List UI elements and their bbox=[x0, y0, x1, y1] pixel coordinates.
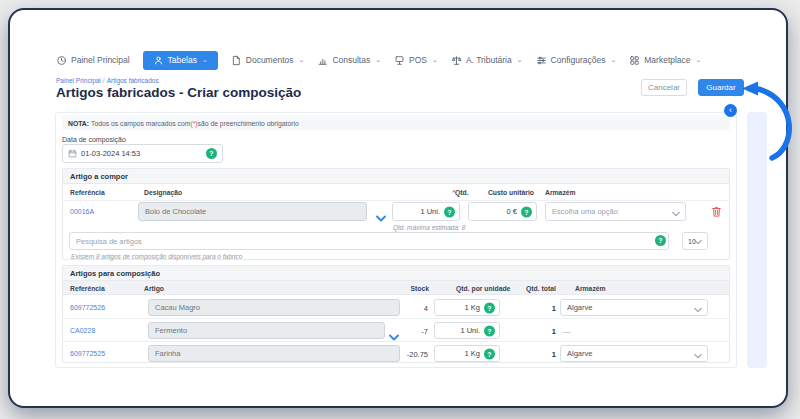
composition-date-label: Data de composição bbox=[62, 136, 126, 143]
chevron-down-icon: ⌄ bbox=[375, 56, 381, 64]
section-title: Artigos para composição bbox=[63, 266, 729, 281]
col-referencia: Referência bbox=[70, 189, 105, 196]
section-title: Artigo a compor bbox=[63, 169, 729, 184]
component-name-input[interactable] bbox=[148, 322, 385, 339]
chevron-down-icon bbox=[694, 351, 702, 356]
document-icon bbox=[231, 55, 242, 66]
component-name-input[interactable] bbox=[148, 299, 400, 316]
delete-row-icon[interactable] bbox=[711, 204, 722, 217]
qtd-max-note: Qtd. máxima estimada: 8 bbox=[393, 224, 465, 231]
table-row: CA0228-71 Uni.?1--- bbox=[63, 319, 729, 342]
help-icon[interactable]: ? bbox=[484, 302, 495, 313]
component-reference-link[interactable]: CA0228 bbox=[70, 327, 95, 334]
nav-item-label: POS bbox=[409, 55, 427, 65]
col-armazem: Armazém bbox=[575, 284, 606, 291]
qtd-total-value: 1 bbox=[523, 304, 556, 313]
help-icon[interactable]: ? bbox=[655, 235, 666, 246]
nav-item-label: Marketplace bbox=[644, 55, 690, 65]
armazem-select[interactable]: Algarve bbox=[560, 299, 708, 316]
armazem-select[interactable]: Escolha uma opção bbox=[545, 202, 686, 221]
nav-item-label: Consultas bbox=[332, 55, 370, 65]
nav-item-a-tributaria[interactable]: A. Tributária⌄ bbox=[451, 55, 523, 66]
nav-item-documentos[interactable]: Documentos⌄ bbox=[231, 55, 305, 66]
armazem-select[interactable]: Algarve bbox=[560, 345, 708, 362]
col-qtd-total: Qtd. total bbox=[526, 284, 556, 291]
col-custo-unitario: Custo unitário bbox=[468, 189, 534, 196]
stock-value: -7 bbox=[373, 327, 428, 336]
cancel-button[interactable]: Cancelar bbox=[641, 79, 687, 96]
nav-item-tabelas[interactable]: Tabelas⌄ bbox=[143, 51, 218, 70]
custo-unitario-input[interactable]: 0 €? bbox=[468, 202, 537, 221]
grid-icon bbox=[629, 55, 640, 66]
col-qtd-por-unidade: Qtd. por unidade bbox=[456, 284, 510, 291]
component-reference-link[interactable]: 609772525 bbox=[70, 350, 105, 357]
per-page-select[interactable]: 10 bbox=[682, 232, 708, 250]
chevron-left-icon: ‹ bbox=[729, 105, 732, 115]
stock-value: 4 bbox=[373, 304, 428, 313]
breadcrumb-link-current[interactable]: Artigos fabricados bbox=[107, 77, 159, 84]
composition-date-value: 01-03-2024 14:53 bbox=[81, 149, 202, 158]
component-name-input[interactable] bbox=[148, 345, 400, 362]
breadcrumb-link-home[interactable]: Painel Principal bbox=[56, 77, 101, 84]
help-widget-toggle[interactable]: ‹ bbox=[724, 104, 737, 117]
nav-item-label: Painel Principal bbox=[71, 55, 130, 65]
available-articles-note: Existem 8 artigos de composição disponív… bbox=[71, 253, 242, 260]
col-stock: Stock bbox=[374, 284, 429, 291]
help-icon[interactable]: ? bbox=[521, 206, 532, 217]
nav-item-pos[interactable]: POS⌄ bbox=[394, 55, 438, 66]
chevron-down-icon: ⌄ bbox=[696, 56, 702, 64]
chevron-down-icon[interactable] bbox=[376, 208, 386, 215]
table-row: 60977252641 Kg?1Algarve bbox=[63, 296, 729, 319]
qtd-por-unidade-input[interactable]: 1 Uni.? bbox=[434, 322, 500, 339]
nav-item-label: Tabelas bbox=[168, 55, 197, 65]
required-fields-note: NOTA: Todos os campos marcados com (*) s… bbox=[62, 116, 730, 130]
table-row: 609772525-20.751 Kg?1Algarve bbox=[63, 342, 729, 365]
stock-value: -20.75 bbox=[373, 350, 428, 359]
composition-date-input[interactable]: 01-03-2024 14:53 ? bbox=[62, 144, 223, 163]
chevron-down-icon bbox=[694, 239, 702, 244]
chevron-down-icon: ⌄ bbox=[517, 56, 523, 64]
clock-icon bbox=[56, 55, 67, 66]
scales-icon bbox=[451, 55, 462, 66]
component-reference-link[interactable]: 609772526 bbox=[70, 304, 105, 311]
col-artigo: Artigo bbox=[144, 284, 164, 291]
designacao-input[interactable] bbox=[138, 202, 367, 221]
qtd-total-value: 1 bbox=[523, 350, 556, 359]
col-designacao: Designação bbox=[144, 189, 182, 196]
app-window: Painel PrincipalTabelas⌄Documentos⌄Consu… bbox=[8, 8, 788, 408]
pos-icon bbox=[394, 55, 405, 66]
qtd-por-unidade-input[interactable]: 1 Kg? bbox=[434, 345, 500, 362]
help-icon[interactable]: ? bbox=[444, 206, 455, 217]
search-input[interactable] bbox=[69, 232, 669, 250]
armazem-empty-value: --- bbox=[563, 327, 571, 336]
chevron-down-icon: ⌄ bbox=[202, 56, 208, 64]
chevron-down-icon: ⌄ bbox=[432, 56, 438, 64]
column-headers: Referência Artigo Stock Qtd. por unidade… bbox=[63, 281, 729, 295]
chevron-down-icon: ⌄ bbox=[299, 56, 305, 64]
asterisk-marker: (*) bbox=[190, 120, 197, 127]
help-icon[interactable]: ? bbox=[206, 148, 217, 159]
chevron-down-icon: ⌄ bbox=[610, 56, 616, 64]
breadcrumb-separator: / bbox=[103, 77, 105, 84]
col-armazem: Armazém bbox=[545, 189, 576, 196]
nav-item-marketplace[interactable]: Marketplace⌄ bbox=[629, 55, 701, 66]
col-qtd: *Qtd. bbox=[393, 189, 455, 196]
nav-item-configuracoes[interactable]: Configurações⌄ bbox=[536, 55, 617, 66]
nav-item-painel-principal[interactable]: Painel Principal bbox=[56, 55, 130, 66]
help-icon[interactable]: ? bbox=[484, 325, 495, 336]
chevron-down-icon bbox=[694, 305, 702, 310]
scrollbar-strip[interactable] bbox=[747, 112, 767, 368]
qtd-por-unidade-input[interactable]: 1 Kg? bbox=[434, 299, 500, 316]
qtd-input[interactable]: 1 Uni.? bbox=[392, 202, 460, 221]
help-icon[interactable]: ? bbox=[484, 348, 495, 359]
page-title: Artigos fabricados - Criar composição bbox=[56, 85, 301, 100]
qtd-total-value: 1 bbox=[523, 327, 556, 336]
nav-item-consultas[interactable]: Consultas⌄ bbox=[317, 55, 381, 66]
col-referencia: Referência bbox=[70, 284, 105, 291]
chart-icon bbox=[317, 55, 328, 66]
artigo-reference-link[interactable]: 00016A bbox=[70, 208, 94, 215]
section-artigo-a-compor: Artigo a compor Referência Designação *Q… bbox=[62, 168, 730, 260]
calendar-icon bbox=[68, 149, 77, 158]
save-button[interactable]: Guardar bbox=[698, 79, 744, 96]
note-label: NOTA: bbox=[68, 120, 89, 127]
